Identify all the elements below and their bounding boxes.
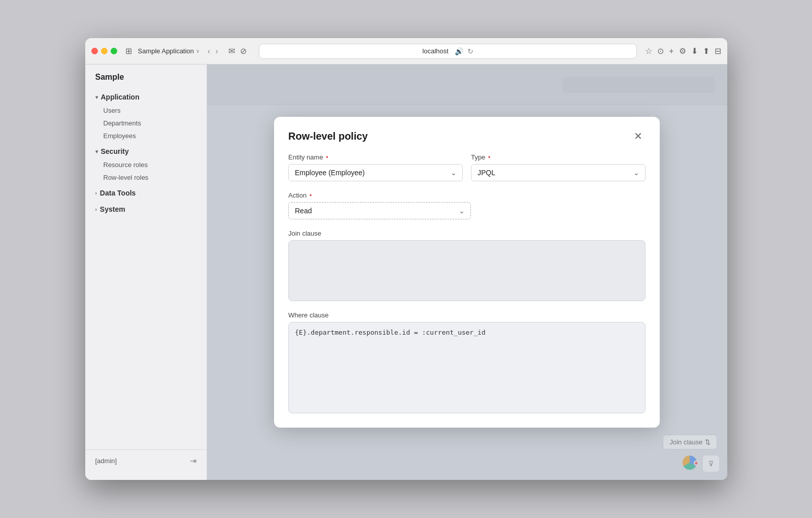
entity-type-row: Entity name • Employee (Employee) bbox=[288, 153, 646, 181]
url-bar[interactable]: localhost 🔊 ↻ bbox=[259, 44, 637, 59]
back-button[interactable]: ‹ bbox=[206, 46, 212, 57]
type-group: Type • JPQL bbox=[471, 153, 646, 181]
modal-title: Row-level policy bbox=[288, 131, 368, 142]
sidebar-section-system: › System bbox=[85, 202, 207, 216]
add-tab-icon[interactable]: + bbox=[669, 47, 673, 56]
url-text: localhost bbox=[422, 47, 448, 55]
title-bar: ⊞ Sample Application ∨ ‹ › ✉ ⊘ localhost… bbox=[85, 38, 727, 64]
toolbar-icons: ✉ ⊘ bbox=[228, 46, 247, 56]
shield-icon[interactable]: ⊘ bbox=[240, 46, 247, 56]
join-clause-textarea[interactable] bbox=[288, 240, 646, 301]
minimize-button[interactable] bbox=[101, 48, 108, 54]
content-area: Sample ▾ Application Users Departments E… bbox=[85, 64, 727, 480]
row-level-policy-modal: Row-level policy ✕ Entity name • bbox=[274, 117, 660, 428]
sidebar-section-application: ▾ Application Users Departments Employee… bbox=[85, 90, 207, 142]
entity-name-label: Entity name • bbox=[288, 153, 463, 161]
modal-header: Row-level policy ✕ bbox=[274, 117, 660, 153]
nav-arrows: ‹ › bbox=[206, 46, 220, 57]
action-group: Action • Read bbox=[288, 191, 646, 219]
entity-name-group: Entity name • Employee (Employee) bbox=[288, 153, 463, 181]
gear-icon[interactable]: ⚙ bbox=[679, 46, 686, 56]
sidebar-user: [admin] bbox=[95, 457, 117, 465]
sidebar-item-users[interactable]: Users bbox=[85, 104, 207, 117]
sidebar-section-security: ▾ Security Resource roles Row-level role… bbox=[85, 144, 207, 184]
sidebar-section-data-tools: › Data Tools bbox=[85, 186, 207, 200]
mail-icon[interactable]: ✉ bbox=[228, 46, 235, 56]
type-required: • bbox=[486, 153, 490, 161]
type-select-wrapper: JPQL bbox=[471, 164, 646, 181]
action-required: • bbox=[308, 191, 312, 199]
entity-name-required: • bbox=[324, 153, 328, 161]
modal-body: Entity name • Employee (Employee) bbox=[274, 153, 660, 428]
action-select[interactable]: Read bbox=[288, 202, 471, 219]
sidebar-section-header-system[interactable]: › System bbox=[85, 202, 207, 216]
sidebar-brand: Sample bbox=[85, 73, 207, 90]
volume-icon[interactable]: 🔊 bbox=[455, 47, 463, 55]
tab-title-text: Sample Application bbox=[138, 47, 194, 55]
sidebar-footer: [admin] ⇥ bbox=[85, 449, 207, 472]
refresh-icon[interactable]: ↻ bbox=[467, 47, 473, 55]
where-clause-label: Where clause bbox=[288, 311, 646, 319]
logout-icon[interactable]: ⇥ bbox=[190, 456, 196, 466]
action-select-wrapper: Read bbox=[288, 202, 471, 219]
sidebar-item-resource-roles[interactable]: Resource roles bbox=[85, 158, 207, 171]
join-clause-label: Join clause bbox=[288, 230, 646, 237]
close-button[interactable] bbox=[91, 48, 98, 54]
type-select[interactable]: JPQL bbox=[471, 164, 646, 181]
main-panel: Join clause ⇅ ⊽ Row-level policy ✕ bbox=[207, 64, 727, 480]
sidebar-section-label-system: System bbox=[100, 205, 125, 213]
sidebar-item-departments[interactable]: Departments bbox=[85, 117, 207, 130]
tab-chevron-icon[interactable]: ∨ bbox=[196, 48, 199, 54]
sidebar-section-header-application[interactable]: ▾ Application bbox=[85, 90, 207, 104]
modal-overlay: Row-level policy ✕ Entity name • bbox=[207, 64, 727, 480]
join-clause-area: Join clause bbox=[288, 230, 646, 301]
maximize-button[interactable] bbox=[111, 48, 117, 54]
where-clause-textarea[interactable] bbox=[288, 322, 646, 413]
sidebar-section-label-data-tools: Data Tools bbox=[100, 189, 136, 197]
sidebar-toggle-icon[interactable]: ⊞ bbox=[125, 46, 132, 56]
sidebar: Sample ▾ Application Users Departments E… bbox=[85, 64, 207, 480]
tabs-icon[interactable]: ⊟ bbox=[715, 46, 721, 56]
download-icon[interactable]: ⬇ bbox=[691, 46, 698, 56]
sidebar-section-label-security: Security bbox=[101, 147, 129, 155]
chevron-down-icon-security: ▾ bbox=[95, 149, 98, 154]
entity-name-select[interactable]: Employee (Employee) bbox=[288, 164, 463, 181]
tab-title: Sample Application ∨ bbox=[138, 47, 200, 55]
action-label: Action • bbox=[288, 191, 646, 199]
traffic-lights bbox=[91, 48, 117, 54]
where-clause-area: Where clause bbox=[288, 311, 646, 413]
chevron-right-icon-system: › bbox=[95, 207, 97, 212]
sidebar-section-header-data-tools[interactable]: › Data Tools bbox=[85, 186, 207, 200]
history-icon[interactable]: ⊙ bbox=[657, 46, 664, 56]
star-icon[interactable]: ☆ bbox=[645, 46, 652, 56]
modal-close-button[interactable]: ✕ bbox=[631, 129, 646, 143]
type-label: Type • bbox=[471, 153, 646, 161]
right-toolbar: ☆ ⊙ + ⚙ ⬇ ⬆ ⊟ bbox=[645, 46, 721, 56]
forward-button[interactable]: › bbox=[213, 46, 220, 57]
sidebar-section-header-security[interactable]: ▾ Security bbox=[85, 144, 207, 158]
chevron-down-icon: ▾ bbox=[95, 94, 98, 100]
sidebar-item-row-level-roles[interactable]: Row-level roles bbox=[85, 171, 207, 184]
sidebar-section-label-application: Application bbox=[101, 93, 140, 101]
sidebar-item-employees[interactable]: Employees bbox=[85, 130, 207, 142]
chevron-right-icon-data-tools: › bbox=[95, 190, 97, 196]
entity-name-select-wrapper: Employee (Employee) bbox=[288, 164, 463, 181]
share-icon[interactable]: ⬆ bbox=[703, 46, 709, 56]
